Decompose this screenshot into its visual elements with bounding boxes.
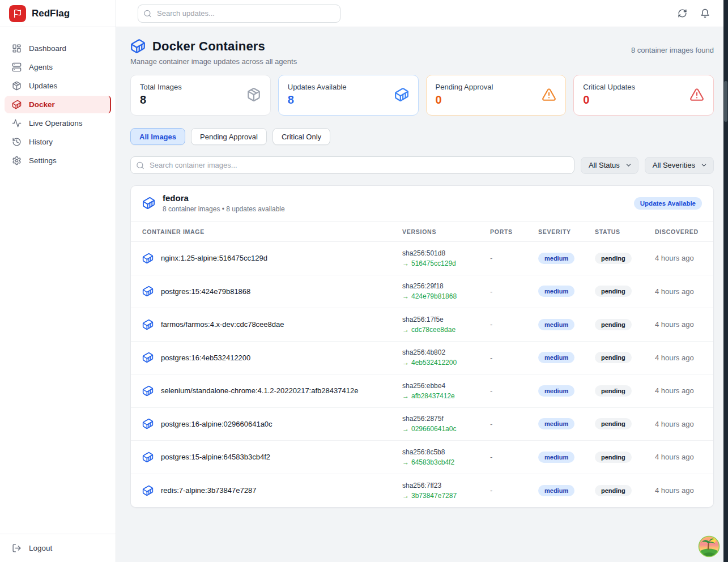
container-icon [142, 319, 154, 330]
brand-name: RedFlag [32, 8, 70, 19]
version-update: →3b73847e7287 [402, 492, 490, 500]
history-icon [12, 137, 22, 147]
severity-cell: medium [538, 385, 595, 397]
discovered-cell: 4 hours ago [655, 453, 702, 461]
column-header-discovered: Discovered [655, 228, 702, 235]
column-header-status: Status [595, 228, 655, 235]
group-header: fedora 8 container images • 8 updates av… [131, 186, 713, 221]
status-badge: pending [595, 385, 632, 397]
table-header: Container ImageVersionsPortsSeverityStat… [131, 221, 713, 242]
container-image-cell: postgres:16-alpine:029660641a0c [142, 418, 402, 429]
stat-card-updates-available: Updates Available8 [278, 75, 419, 116]
container-image-name: farmos/farmos:4.x-dev:cdc78cee8dae [161, 320, 284, 329]
global-search-input[interactable] [138, 5, 340, 23]
search-icon [143, 9, 152, 18]
versions-cell: sha256:8c5b8→64583b3cb4f2 [402, 448, 490, 466]
container-icon [142, 418, 154, 429]
sidebar-nav: DashboardAgentsUpdatesDockerLive Operati… [0, 27, 116, 534]
image-search-input[interactable] [130, 156, 574, 174]
sidebar-item-label: Settings [29, 156, 57, 165]
version-update: →424e79b81868 [402, 292, 490, 300]
sidebar-item-dashboard[interactable]: Dashboard [5, 40, 111, 57]
status-cell: pending [595, 286, 655, 297]
table-row[interactable]: postgres:15:424e79b81868sha256:29f18→424… [131, 275, 713, 309]
status-filter-value: All Status [589, 161, 620, 169]
severity-badge: medium [538, 452, 574, 463]
table-row[interactable]: nginx:1.25-alpine:516475cc129dsha256:501… [131, 242, 713, 275]
window-scrollbar[interactable] [723, 0, 728, 562]
arrow-right-icon: → [402, 458, 409, 466]
severity-cell: medium [538, 418, 595, 429]
sidebar-footer: Logout [0, 534, 116, 562]
container-image-name: postgres:15-alpine:64583b3cb4f2 [161, 453, 270, 461]
versions-cell: sha256:2875f→029660641a0c [402, 415, 490, 433]
stats-row: Total Images8Updates Available8Pending A… [130, 75, 714, 116]
ports-cell: - [490, 420, 538, 428]
discovered-cell: 4 hours ago [655, 486, 702, 495]
filter-tab-pending-approval[interactable]: Pending Approval [191, 128, 267, 145]
table-row[interactable]: farmos/farmos:4.x-dev:cdc78cee8daesha256… [131, 308, 713, 342]
version-current: sha256:2875f [402, 415, 490, 423]
refresh-icon[interactable] [678, 8, 687, 18]
versions-cell: sha256:501d8→516475cc129d [402, 249, 490, 267]
arrow-right-icon: → [402, 292, 409, 300]
status-filter-select[interactable]: All Status [581, 157, 638, 174]
version-current: sha256:7ff23 [402, 482, 490, 489]
ports-cell: - [490, 453, 538, 461]
sidebar-item-agents[interactable]: Agents [5, 58, 111, 76]
table-row[interactable]: redis:7-alpine:3b73847e7287sha256:7ff23→… [131, 474, 713, 508]
stat-value: 8 [140, 93, 182, 107]
table-row[interactable]: postgres:15-alpine:64583b3cb4f2sha256:8c… [131, 441, 713, 474]
container-image-cell: nginx:1.25-alpine:516475cc129d [142, 253, 402, 264]
severity-badge: medium [538, 352, 574, 363]
island-extension-icon[interactable] [698, 535, 720, 557]
container-image-name: nginx:1.25-alpine:516475cc129d [161, 254, 267, 262]
table-row[interactable]: postgres:16-alpine:029660641a0csha256:28… [131, 408, 713, 441]
status-badge: pending [595, 452, 632, 463]
container-image-name: postgres:15:424e79b81868 [161, 287, 250, 296]
table-row[interactable]: postgres:16:4eb532412200sha256:4b802→4eb… [131, 342, 713, 375]
filter-tab-all-images[interactable]: All Images [130, 128, 185, 145]
sidebar-item-settings[interactable]: Settings [5, 152, 111, 169]
severity-badge: medium [538, 286, 574, 297]
scrollbar-thumb[interactable] [724, 81, 727, 122]
container-image-cell: farmos/farmos:4.x-dev:cdc78cee8dae [142, 319, 402, 330]
sidebar-item-updates[interactable]: Updates [5, 77, 111, 95]
bell-icon[interactable] [700, 8, 710, 18]
sidebar-header: RedFlag [0, 0, 116, 27]
container-icon [142, 452, 154, 463]
settings-icon [12, 156, 22, 165]
sidebar-item-live-operations[interactable]: Live Operations [5, 114, 111, 132]
topbar [116, 0, 728, 27]
sidebar-item-docker[interactable]: Docker [5, 96, 111, 113]
container-image-name: selenium/standalone-chrome:4.1.2-2022021… [161, 386, 358, 395]
sidebar: RedFlag DashboardAgentsUpdatesDockerLive… [0, 0, 116, 562]
status-cell: pending [595, 485, 655, 496]
status-cell: pending [595, 319, 655, 330]
agents-icon [12, 62, 22, 72]
logout-button[interactable]: Logout [12, 543, 104, 553]
sidebar-item-history[interactable]: History [5, 133, 111, 151]
topbar-actions [678, 8, 710, 18]
version-update: →516475cc129d [402, 259, 490, 267]
versions-cell: sha256:17f5e→cdc78cee8dae [402, 316, 490, 334]
sidebar-item-label: History [29, 138, 53, 146]
stat-card-critical-updates: Critical Updates0 [573, 75, 714, 116]
arrow-right-icon: → [402, 392, 409, 400]
redflag-logo [9, 5, 26, 22]
severity-filter-select[interactable]: All Severities [645, 157, 714, 174]
filter-tab-critical-only[interactable]: Critical Only [273, 128, 330, 145]
container-icon [12, 100, 22, 109]
stat-label: Total Images [140, 83, 182, 91]
stat-value: 0 [436, 93, 493, 107]
docker-page-icon [130, 39, 146, 54]
filter-tabs: All ImagesPending ApprovalCritical Only [130, 128, 714, 145]
search-icon [136, 161, 144, 169]
version-update: →4eb532412200 [402, 359, 490, 367]
arrow-right-icon: → [402, 259, 409, 267]
container-image-name: postgres:16:4eb532412200 [161, 354, 250, 362]
severity-badge: medium [538, 319, 574, 330]
status-cell: pending [595, 418, 655, 429]
chevron-down-icon [700, 161, 708, 169]
table-row[interactable]: selenium/standalone-chrome:4.1.2-2022021… [131, 374, 713, 408]
